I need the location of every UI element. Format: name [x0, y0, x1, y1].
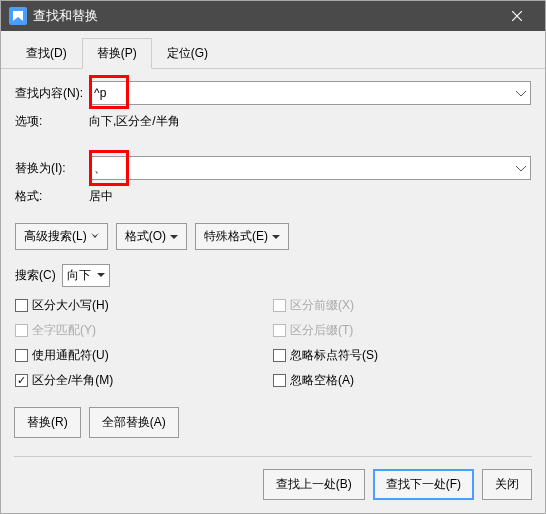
checkbox-icon	[15, 374, 28, 387]
checkbox-prefix: 区分前缀(X)	[273, 297, 531, 314]
content: 查找内容(N): ^p 选项: 向下,区分全/半角 替换为(I): 、 格式: …	[1, 69, 545, 409]
checkbox-icon	[273, 349, 286, 362]
find-input[interactable]: ^p	[89, 81, 531, 105]
checkbox-whole-word: 全字匹配(Y)	[15, 322, 273, 339]
format-value: 居中	[89, 188, 113, 205]
chevron-down-icon	[516, 161, 526, 175]
checkbox-icon	[273, 299, 286, 312]
replace-label: 替换为(I):	[15, 160, 89, 177]
tabs: 查找(D) 替换(P) 定位(G)	[1, 31, 545, 69]
checkbox-icon	[273, 374, 286, 387]
search-direction-label: 搜索(C)	[15, 267, 56, 284]
advanced-search-button[interactable]: 高级搜索(L)	[15, 223, 108, 250]
checkbox-suffix: 区分后缀(T)	[273, 322, 531, 339]
close-button[interactable]: 关闭	[482, 469, 532, 500]
window-title: 查找和替换	[33, 7, 497, 25]
chevron-down-icon	[97, 273, 105, 278]
checkbox-icon	[15, 349, 28, 362]
checkbox-ignore-punct[interactable]: 忽略标点符号(S)	[273, 347, 531, 364]
tab-goto[interactable]: 定位(G)	[152, 38, 223, 69]
replace-all-button[interactable]: 全部替换(A)	[89, 407, 179, 438]
format-label: 格式:	[15, 188, 89, 205]
chevron-down-icon	[272, 230, 280, 244]
replace-button[interactable]: 替换(R)	[14, 407, 81, 438]
options-value: 向下,区分全/半角	[89, 113, 180, 130]
close-window-button[interactable]	[497, 1, 537, 31]
checkbox-icon	[15, 299, 28, 312]
format-button[interactable]: 格式(O)	[116, 223, 187, 250]
find-next-button[interactable]: 查找下一处(F)	[373, 469, 474, 500]
footer: 替换(R) 全部替换(A) 查找上一处(B) 查找下一处(F) 关闭	[0, 395, 546, 514]
tab-replace[interactable]: 替换(P)	[82, 38, 152, 69]
chevron-down-icon	[170, 230, 178, 244]
search-direction-select[interactable]: 向下	[62, 264, 110, 287]
checkbox-icon	[273, 324, 286, 337]
close-icon	[512, 11, 522, 21]
special-format-button[interactable]: 特殊格式(E)	[195, 223, 289, 250]
titlebar: 查找和替换	[1, 1, 545, 31]
options-label: 选项:	[15, 113, 89, 130]
chevron-down-icon	[516, 86, 526, 100]
chevron-up-icon	[91, 230, 99, 244]
checkbox-wildcard[interactable]: 使用通配符(U)	[15, 347, 273, 364]
checkbox-case[interactable]: 区分大小写(H)	[15, 297, 273, 314]
checkbox-icon	[15, 324, 28, 337]
tab-find[interactable]: 查找(D)	[11, 38, 82, 69]
checkbox-ignore-space[interactable]: 忽略空格(A)	[273, 372, 531, 389]
find-prev-button[interactable]: 查找上一处(B)	[263, 469, 365, 500]
app-icon	[9, 7, 27, 25]
find-label: 查找内容(N):	[15, 85, 89, 102]
replace-input[interactable]: 、	[89, 156, 531, 180]
checkbox-fullwidth[interactable]: 区分全/半角(M)	[15, 372, 273, 389]
